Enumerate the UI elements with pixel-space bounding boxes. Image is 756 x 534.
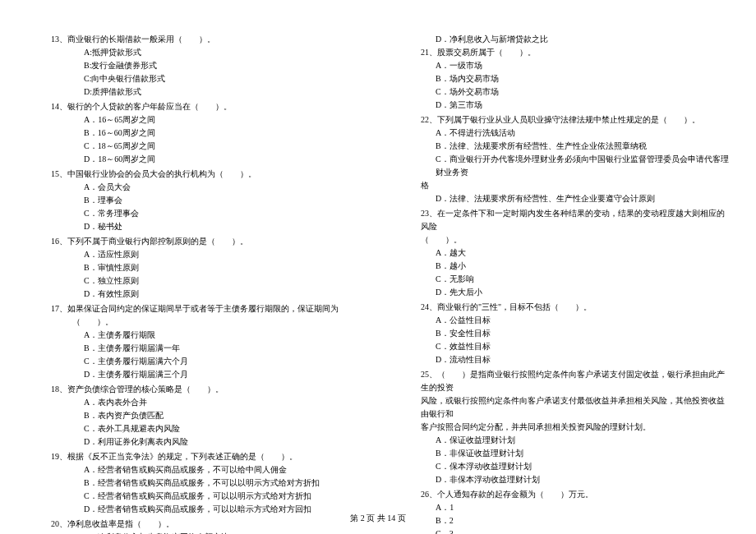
q17-option-d: D．主债务履行期届满三个月 [25,368,362,381]
page-footer: 第 2 页 共 14 页 [0,513,756,524]
question-24: 24、商业银行的"三性"，目标不包括（ ）。 A．公益性目标 B．安全性目标 C… [394,301,731,366]
q18-stem: 18、资产负债综合管理的核心策略是（ ）。 [25,383,362,396]
q21-stem: 21、股票交易所属于（ ）。 [394,46,731,59]
q20-option-d: D．净利息收入与新增贷款之比 [394,33,731,46]
q23-option-a: A．越大 [394,246,731,260]
q16-option-c: C．独立性原则 [25,274,362,288]
q25-stem-cont2: 客户按照合同约定分配，并共同承担相关投资风险的理财计划。 [394,421,731,434]
question-19: 19、根据《反不正当竞争法》的规定，下列表述正确的是（ ）。 A．经营者销售或购… [25,450,362,516]
q23-option-b: B．越小 [394,260,731,273]
two-column-layout: 13、商业银行的长期借款一般采用（ ）。 A:抵押贷款形式 B:发行金融债券形式… [25,33,731,534]
q15-option-c: C．常务理事会 [25,207,362,220]
question-21: 21、股票交易所属于（ ）。 A．一级市场 B．场内交易市场 C．场外交易市场 … [394,46,731,112]
q17-option-a: A．主债务履行期限 [25,329,362,342]
q13-stem: 13、商业银行的长期借款一般采用（ ）。 [25,33,362,46]
q21-option-c: C．场外交易市场 [394,85,731,99]
q17-stem: 17、如果保证合同约定的保证期间早于或者等于主债务履行期限的，保证期间为（ ）。 [25,302,362,329]
left-column: 13、商业银行的长期借款一般采用（ ）。 A:抵押贷款形式 B:发行金融债券形式… [25,33,362,534]
q26-option-c: C．3 [394,527,731,534]
q15-option-d: D．秘书处 [25,220,362,233]
q23-option-c: C．无影响 [394,273,731,286]
q14-option-a: A．16～65周岁之间 [25,113,362,127]
question-16: 16、下列不属于商业银行内部控制原则的是（ ）。 A．适应性原则 B．审慎性原则… [25,235,362,301]
question-25: 25、（ ）是指商业银行按照约定条件向客户承诺支付固定收益，银行承担由此产生的投… [394,368,731,486]
q14-stem: 14、银行的个人贷款的客户年龄应当在（ ）。 [25,100,362,113]
q15-stem: 15、中国银行业协会的会员大会的执行机构为（ ）。 [25,168,362,181]
q13-option-c: C:向中央银行借款形式 [25,72,362,85]
question-23: 23、在一定条件下和一定时期内发生各种结果的变动，结果的变动程度越大则相应的风险… [394,207,731,299]
question-13: 13、商业银行的长期借款一般采用（ ）。 A:抵押贷款形式 B:发行金融债券形式… [25,33,362,99]
q24-stem: 24、商业银行的"三性"，目标不包括（ ）。 [394,301,731,314]
q14-option-d: D．18～60周岁之间 [25,153,362,166]
question-22: 22、下列属于银行业从业人员职业操守法律法规中禁止性规定的是（ ）。 A．不得进… [394,113,731,205]
q24-option-b: B．安全性目标 [394,327,731,340]
question-15: 15、中国银行业协会的会员大会的执行机构为（ ）。 A．会员大会 B．理事会 C… [25,168,362,233]
q25-stem-cont1: 风险，或银行按照约定条件向客户承诺支付最低收益并承担相关风险，其他投资收益由银行… [394,394,731,421]
q16-option-d: D．有效性原则 [25,288,362,301]
q13-option-b: B:发行金融债券形式 [25,59,362,72]
q21-option-b: B．场内交易市场 [394,72,731,85]
q21-option-a: A．一级市场 [394,59,731,72]
q23-option-d: D．先大后小 [394,286,731,299]
q19-option-b: B．经营者销售或购买商品或服务，不可以以明示方式给对方折扣 [25,476,362,490]
q18-option-c: C．表外工具规避表内风险 [25,422,362,435]
q25-option-d: D．非保本浮动收益理财计划 [394,473,731,486]
q23-stem-cont: （ ）。 [394,233,731,246]
q22-option-a: A．不得进行洗钱活动 [394,127,731,140]
q17-option-b: B．主债务履行期届满一年 [25,342,362,355]
q25-option-b: B．非保证收益理财计划 [394,447,731,460]
q22-option-c-cont: 格 [394,179,731,192]
q25-option-c: C．保本浮动收益理财计划 [394,460,731,473]
q19-option-a: A．经营者销售或购买商品或服务，不可以给中间人佣金 [25,463,362,476]
q24-option-c: C．效益性目标 [394,340,731,353]
question-26: 26、个人通知存款的起存金额为（ ）万元。 A．1 B．2 C．3 D．5 [394,488,731,534]
question-14: 14、银行的个人贷款的客户年龄应当在（ ）。 A．16～65周岁之间 B．16～… [25,100,362,166]
q13-option-d: D:质押借款形式 [25,85,362,99]
q24-option-a: A．公益性目标 [394,314,731,327]
right-column: D．净利息收入与新增贷款之比 21、股票交易所属于（ ）。 A．一级市场 B．场… [394,33,731,534]
q19-option-c: C．经营者销售或购买商品或服务，可以以明示方式给对方折扣 [25,490,362,503]
q13-option-a: A:抵押贷款形式 [25,46,362,59]
q15-option-a: A．会员大会 [25,181,362,194]
q25-option-a: A．保证收益理财计划 [394,434,731,447]
q26-stem: 26、个人通知存款的起存金额为（ ）万元。 [394,488,731,501]
q24-option-d: D．流动性目标 [394,353,731,366]
question-17: 17、如果保证合同约定的保证期间早于或者等于主债务履行期限的，保证期间为（ ）。… [25,302,362,381]
q18-option-d: D．利用证券化剥离表内风险 [25,435,362,449]
q16-option-a: A．适应性原则 [25,248,362,261]
q15-option-b: B．理事会 [25,194,362,207]
q14-option-c: C．18～65周岁之间 [25,140,362,153]
q22-option-d: D．法律、法规要求所有经营性、生产性企业要遵守会计原则 [394,192,731,205]
q19-stem: 19、根据《反不正当竞争法》的规定，下列表述正确的是（ ）。 [25,450,362,463]
q22-option-c: C．商业银行开办代客境外理财业务必须向中国银行业监督管理委员会申请代客理财业务资 [394,153,731,179]
q21-option-d: D．第三市场 [394,99,731,112]
q17-option-c: C．主债务履行期届满六个月 [25,355,362,368]
q16-stem: 16、下列不属于商业银行内部控制原则的是（ ）。 [25,235,362,248]
q23-stem: 23、在一定条件下和一定时期内发生各种结果的变动，结果的变动程度越大则相应的风险 [394,207,731,233]
q18-option-a: A．表内表外合并 [25,396,362,409]
q25-stem: 25、（ ）是指商业银行按照约定条件向客户承诺支付固定收益，银行承担由此产生的投… [394,368,731,394]
q20-option-a: A．净利息收入与生息资产平均余额之比 [25,531,362,534]
q22-option-b: B．法律、法规要求所有经营性、生产性企业依法照章纳税 [394,140,731,153]
q16-option-b: B．审慎性原则 [25,261,362,274]
question-18: 18、资产负债综合管理的核心策略是（ ）。 A．表内表外合并 B．表内资产负债匹… [25,383,362,449]
q18-option-b: B．表内资产负债匹配 [25,409,362,422]
q22-stem: 22、下列属于银行业从业人员职业操守法律法规中禁止性规定的是（ ）。 [394,113,731,127]
q14-option-b: B．16～60周岁之间 [25,127,362,140]
